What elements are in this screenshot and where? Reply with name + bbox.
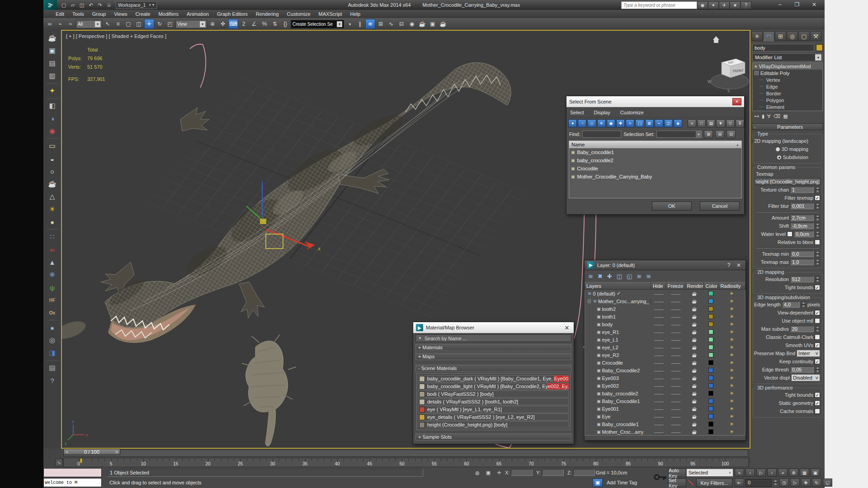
- time-configuration-icon[interactable]: ◷: [779, 479, 789, 487]
- subscription-key-icon[interactable]: ✦: [708, 1, 719, 9]
- sphere-blue-icon[interactable]: ●: [46, 321, 59, 334]
- spinner-icon[interactable]: ▲▼: [815, 215, 820, 221]
- display-shapes-icon[interactable]: ◇: [587, 119, 596, 127]
- mini-curve-editor-button[interactable]: ∿: [55, 459, 63, 466]
- x-coord-field[interactable]: [511, 469, 533, 476]
- layer-row-mother-croc-arrying-[interactable]: −≋Mother_Croc...arrying_————☕☀: [585, 297, 745, 305]
- checkbox[interactable]: [815, 318, 820, 324]
- layer-row-baby-crocodile2[interactable]: ▣Baby_Crocodile2————☕☀: [585, 366, 745, 374]
- camera-lister-icon[interactable]: ◧: [46, 99, 59, 112]
- spinner-icon[interactable]: ▲▼: [815, 326, 820, 333]
- timeline-ruler[interactable]: 0510152025303540455055606570758085909510…: [63, 458, 749, 467]
- restore-button[interactable]: ❐: [788, 0, 806, 9]
- show-end-result-icon[interactable]: ▮: [762, 113, 764, 119]
- frame-spinner[interactable]: ▲▼: [773, 479, 778, 486]
- display-frozen-icon[interactable]: ◈: [674, 119, 682, 127]
- communication-center-icon[interactable]: ✈: [719, 1, 730, 9]
- menu-animation[interactable]: Animation: [183, 10, 213, 18]
- column-color[interactable]: Color: [704, 282, 719, 289]
- stack-item-border[interactable]: Border: [753, 90, 822, 97]
- checkbox[interactable]: ✓: [815, 359, 820, 364]
- checkbox[interactable]: ✓: [815, 195, 820, 201]
- spinner-icon[interactable]: ▲▼: [815, 223, 820, 230]
- layer-row-tooth2[interactable]: ▣tooth2————☕☀: [585, 305, 745, 313]
- menu-views[interactable]: Views: [110, 10, 131, 18]
- texmap-button[interactable]: height (Crocodile_height.png): [755, 178, 820, 185]
- ornatrix-icon[interactable]: Ox: [46, 306, 59, 319]
- layer-row-0-default-[interactable]: ≋0 (default)✓————☕☀: [585, 290, 745, 297]
- value-field[interactable]: 20: [790, 326, 814, 332]
- close-icon[interactable]: ✕: [563, 324, 571, 331]
- dropdown[interactable]: Disabled˅: [791, 374, 820, 381]
- stack-item-polygon[interactable]: Polygon: [753, 97, 822, 103]
- pyramid-gizmo-icon[interactable]: ▲: [46, 256, 59, 268]
- set-project-folder-icon[interactable]: ⌸: [105, 1, 113, 9]
- zoom-region-icon[interactable]: ▦: [800, 469, 809, 477]
- layer-row-baby-crocodile2[interactable]: ▣baby_crocodile2————☕☀: [585, 389, 745, 397]
- scene-object-row[interactable]: ▣Mother_Crocodile_Carrying_Baby: [569, 173, 741, 181]
- notification-balloon-icon[interactable]: ◍: [473, 469, 482, 477]
- workspace-dropdown[interactable]: Workspace_1▾ ▼: [116, 1, 157, 9]
- bind-to-space-warp-icon[interactable]: ≈: [66, 19, 75, 29]
- freeze-all-icon[interactable]: ≋: [646, 273, 651, 280]
- render-setup-icon[interactable]: ☕: [417, 19, 427, 29]
- tab-display[interactable]: ▢: [798, 31, 810, 41]
- spinner-icon[interactable]: ▲▼: [815, 259, 820, 266]
- delete-layer-icon[interactable]: ✖: [598, 273, 603, 280]
- next-frame-icon[interactable]: ›: [767, 469, 777, 477]
- orbit-icon[interactable]: ↻: [812, 479, 821, 487]
- sample-slots-group-bar[interactable]: + Sample Slots: [415, 433, 571, 441]
- layer-row-eye-r1[interactable]: ▣eye_R1————☕☀: [585, 328, 745, 336]
- shaded-sphere-icon[interactable]: ◑: [46, 112, 59, 125]
- render-production-icon[interactable]: ☕: [438, 19, 448, 29]
- save-file-icon[interactable]: ◫: [78, 1, 86, 9]
- value-field[interactable]: 1: [790, 187, 814, 193]
- filter-options-icon[interactable]: ⊽: [736, 119, 744, 127]
- vray-frame-buffer-icon[interactable]: ▣: [46, 44, 59, 57]
- vray-sphere-light-icon[interactable]: ○: [46, 165, 59, 178]
- scene-object-row[interactable]: ▣Crocodile: [569, 164, 741, 173]
- menu-help[interactable]: Help: [346, 10, 365, 18]
- render-settings-icon[interactable]: ▤: [46, 57, 59, 70]
- scene-explorer-icon[interactable]: ⊞: [376, 19, 386, 29]
- filter-clear-icon[interactable]: ▽: [726, 119, 735, 127]
- current-frame-field[interactable]: 0: [745, 479, 772, 487]
- subtract-set-icon[interactable]: ⊡: [726, 130, 736, 138]
- help-circle-icon[interactable]: ?: [46, 374, 59, 387]
- checkbox[interactable]: [815, 239, 820, 245]
- select-and-link-icon[interactable]: ∞: [45, 19, 55, 29]
- metaball-icon[interactable]: ∞: [46, 243, 59, 256]
- display-groups-icon[interactable]: ▢: [635, 119, 644, 127]
- stack-item-vertex[interactable]: Vertex: [753, 76, 822, 83]
- display-containers-icon[interactable]: ◫: [664, 119, 673, 127]
- time-slider-handle[interactable]: < 0 / 100 >: [63, 449, 120, 455]
- maximize-viewport-icon[interactable]: ◱: [823, 479, 832, 487]
- menu-edit[interactable]: Edit: [52, 10, 68, 18]
- close-icon[interactable]: ✕: [735, 262, 743, 268]
- key-mode-toggle-icon[interactable]: ⇤: [735, 479, 744, 487]
- value-field[interactable]: 0,001: [790, 203, 814, 209]
- material-row[interactable]: baby_crocodile_light ( VRayMtl ) [Baby_C…: [418, 383, 569, 390]
- make-unique-icon[interactable]: ∀: [767, 113, 771, 119]
- radio-on[interactable]: [777, 155, 782, 160]
- hide-all-icon[interactable]: ≋: [637, 273, 642, 280]
- next-frame-button[interactable]: >: [113, 449, 120, 455]
- vray-render-icon[interactable]: ☕: [46, 32, 59, 44]
- cancel-button[interactable]: Cancel: [700, 202, 740, 211]
- rendered-frame-window-icon[interactable]: ▣: [428, 19, 438, 29]
- selection-filter-dropdown[interactable]: All▾: [76, 20, 102, 28]
- layer-row-baby-crocodile1[interactable]: ▣Baby_Crocodile1————☕☀: [585, 397, 745, 405]
- filter-icon[interactable]: ▼: [716, 119, 725, 127]
- menu-group[interactable]: Group: [88, 10, 110, 18]
- name-column-header[interactable]: Name ▲: [569, 141, 741, 148]
- sfs-menu-display[interactable]: Display: [594, 110, 610, 115]
- viewcube[interactable]: TOP FRONT W S E: [708, 36, 750, 93]
- layer-row-eye001[interactable]: ▣Eye001————☕☀: [585, 405, 745, 413]
- previous-frame-icon[interactable]: ‹: [745, 469, 755, 477]
- radio-off[interactable]: [752, 139, 753, 144]
- spinner-icon[interactable]: ▲▼: [815, 251, 820, 258]
- z-coord-field[interactable]: [573, 469, 595, 476]
- material-row[interactable]: baby_crocodile_dark ( VRayMtl ) [Baby_Cr…: [418, 375, 569, 382]
- use-pivot-point-center-icon[interactable]: ⊕: [208, 19, 217, 29]
- redo-icon[interactable]: ↷: [96, 1, 104, 9]
